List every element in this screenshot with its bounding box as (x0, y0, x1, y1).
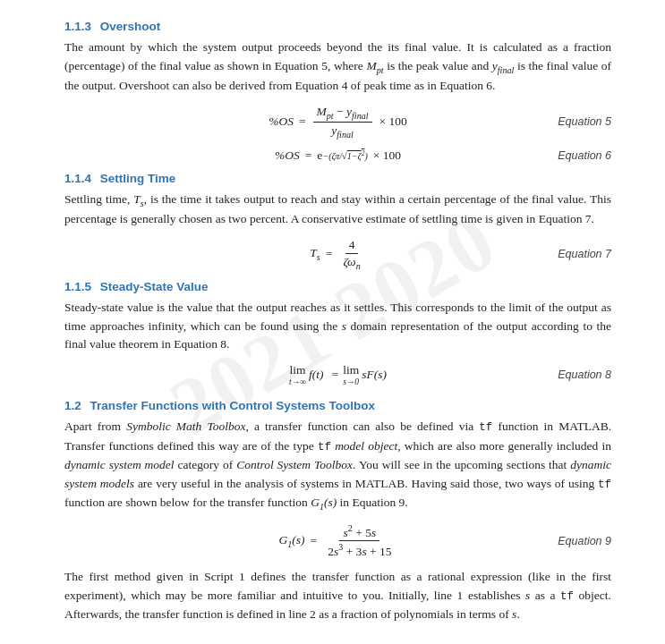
section-number: 1.2 (64, 399, 81, 412)
section-1-1-4: 1.1.4 Settling Time Settling time, Ts, i… (64, 172, 611, 271)
section-12-paragraph: Apart from Symbolic Math Toolbox, a tran… (64, 418, 611, 513)
equation-7-fraction: 4 ζωn (339, 238, 363, 271)
equation-6-block: %OS = e−(ζπ/√1−ζ2) × 100 Equation 6 (64, 148, 611, 163)
equation-5-label: Equation 5 (558, 115, 611, 128)
section-paragraph: The amount by which the system output pr… (64, 38, 611, 96)
section-title: Steady-State Value (100, 280, 209, 293)
equation-5-content: %OS = Mpt − yfinal yfinal × 100 (249, 105, 428, 139)
equation-6-label: Equation 6 (558, 149, 611, 162)
section-number: 1.1.4 (64, 172, 91, 185)
section-12-closing: The first method given in Script 1 defin… (64, 568, 611, 624)
section-heading-1-1-3: 1.1.3 Overshoot (64, 20, 611, 33)
section-heading-1-2: 1.2 Transfer Functions with Control Syst… (64, 399, 611, 412)
section-paragraph: Settling time, Ts, is the time it takes … (64, 191, 611, 229)
equation-5-block: %OS = Mpt − yfinal yfinal × 100 Equation… (64, 105, 611, 139)
equation-8-content: lim t→∞ f(t) = lim s→0 sF(s) (249, 363, 428, 386)
equation-7-label: Equation 7 (558, 248, 611, 260)
equation-9-fraction: s2 + 5s 2s3 + 3s + 15 (324, 523, 395, 559)
equation-9-label: Equation 9 (558, 535, 611, 547)
section-heading-1-1-4: 1.1.4 Settling Time (64, 172, 611, 185)
section-number: 1.1.5 (64, 280, 91, 293)
section-1-1-3: 1.1.3 Overshoot The amount by which the … (64, 20, 611, 163)
equation-7-content: Ts = 4 ζωn (249, 238, 428, 271)
section-title: Settling Time (100, 172, 176, 185)
section-title: Transfer Functions with Control Systems … (90, 399, 376, 412)
equation-5-fraction: Mpt − yfinal yfinal (313, 105, 372, 139)
equation-6-content: %OS = e−(ζπ/√1−ζ2) × 100 (249, 148, 428, 163)
section-number: 1.1.3 (64, 20, 91, 33)
equation-9-block: G1(s) = s2 + 5s 2s3 + 3s + 15 Equation 9 (64, 523, 611, 559)
section-title: Overshoot (100, 20, 161, 33)
equation-7-block: Ts = 4 ζωn Equation 7 (64, 238, 611, 271)
section-1-2: 1.2 Transfer Functions with Control Syst… (64, 399, 611, 624)
equation-8-label: Equation 8 (558, 369, 611, 381)
section-1-1-5: 1.1.5 Steady-State Value Steady-state va… (64, 280, 611, 387)
section-paragraph: Steady-state value is the value that the… (64, 299, 611, 355)
equation-9-content: G1(s) = s2 + 5s 2s3 + 3s + 15 (249, 523, 428, 559)
equation-8-block: lim t→∞ f(t) = lim s→0 sF(s) Equation 8 (64, 363, 611, 386)
section-heading-1-1-5: 1.1.5 Steady-State Value (64, 280, 611, 293)
